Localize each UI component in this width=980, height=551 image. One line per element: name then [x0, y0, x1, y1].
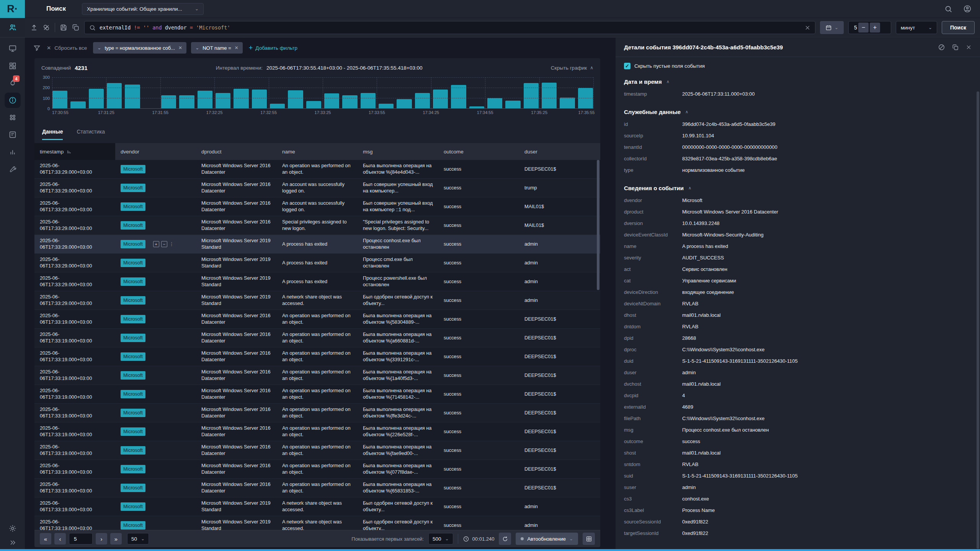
column-header-dproduct[interactable]: dproduct	[196, 143, 277, 160]
table-row[interactable]: 2025-06-06T17:33:29.000+03:00MicrosoftMi…	[34, 291, 600, 310]
field-value[interactable]: mail01.rvlab.local	[682, 312, 720, 318]
field-value[interactable]: admin	[682, 370, 696, 375]
field-value[interactable]: Управление сервисами	[682, 278, 736, 284]
sidebar-item-users[interactable]	[0, 18, 25, 37]
field-value[interactable]: Microsoft Windows Server 2016 Datacenter	[682, 209, 778, 215]
column-header-msg[interactable]: msg	[358, 143, 438, 160]
field-value[interactable]: RVLAB	[682, 461, 698, 467]
next-page-button[interactable]: ›	[96, 533, 107, 544]
table-scrollbar[interactable]	[597, 160, 599, 530]
field-value[interactable]: mail01.rvlab.local	[682, 450, 720, 456]
settings-gear-icon[interactable]	[8, 524, 17, 533]
chart-bar[interactable]	[397, 99, 412, 108]
time-count-input[interactable]: 5 − +	[848, 21, 891, 34]
chart-bar[interactable]	[89, 89, 104, 108]
collapse-chevrons-icon[interactable]	[9, 539, 16, 546]
user-icon[interactable]	[963, 5, 972, 13]
table-row[interactable]: 2025-06-06T17:33:19.000+03:00MicrosoftMi…	[34, 497, 600, 516]
field-value[interactable]: admin	[682, 484, 696, 490]
remove-filter-icon[interactable]: ✕	[235, 45, 238, 51]
table-row[interactable]: 2025-06-06T17:33:19.000+03:00MicrosoftMi…	[34, 310, 600, 329]
sidebar-item-tools[interactable]	[0, 160, 25, 178]
table-row[interactable]: 2025-06-06T17:33:19.000+03:00MicrosoftMi…	[34, 404, 600, 422]
include-filter-icon[interactable]: +	[153, 241, 159, 247]
chart-bar[interactable]	[52, 91, 67, 108]
field-value[interactable]: 4689	[682, 404, 693, 410]
chart-bar[interactable]	[342, 95, 357, 108]
save-icon[interactable]	[60, 24, 67, 31]
prev-page-button[interactable]: ‹	[54, 533, 66, 544]
sidebar-item-apps[interactable]	[0, 109, 25, 126]
chart-bar[interactable]	[505, 101, 520, 108]
shown-records-select[interactable]: 500 ⌄	[428, 533, 453, 544]
time-unit-select[interactable]: минут ⌄	[896, 21, 937, 34]
column-header-name[interactable]: name	[277, 143, 358, 160]
filter-chip[interactable]: ⌄NOT name =✕	[191, 42, 243, 54]
field-value[interactable]: AUDIT_SUCCESS	[682, 255, 724, 261]
field-value[interactable]: 2025-06-06T17:33:11.000+03:00	[682, 91, 755, 97]
grid-view-button[interactable]	[583, 533, 595, 545]
table-row[interactable]: 2025-06-06T17:33:19.000+03:00MicrosoftMi…	[34, 479, 600, 497]
chart-bar[interactable]	[179, 95, 194, 108]
sidebar-item-monitor[interactable]	[0, 40, 25, 57]
table-row[interactable]: 2025-06-06T17:33:29.000+03:00MicrosoftMi…	[34, 254, 600, 272]
column-header-dvendor[interactable]: dvendor	[115, 143, 196, 160]
first-page-button[interactable]: «	[40, 533, 51, 544]
field-value[interactable]: 10.0.14393.2248	[682, 220, 720, 226]
funnel-icon[interactable]	[33, 44, 41, 52]
table-row[interactable]: 2025-06-06T17:33:29.000+03:00MicrosoftMi…	[34, 160, 600, 179]
table-row[interactable]: 2025-06-06T17:33:29.000+03:00Microsoft+−…	[34, 235, 600, 254]
page-size-select[interactable]: 50 ⌄	[127, 533, 149, 544]
field-value[interactable]: C:\\Windows\\System32\\conhost.exe	[682, 347, 764, 352]
sort-icon[interactable]	[67, 149, 72, 154]
more-actions-icon[interactable]: ⋮	[169, 241, 174, 248]
hide-empty-fields-checkbox[interactable]: ✓ Скрыть пустые поля события	[624, 63, 976, 69]
chart-bar[interactable]	[524, 83, 539, 108]
reset-filters-button[interactable]: ✕ Сбросить все	[47, 45, 87, 51]
field-value[interactable]: RVLAB	[682, 301, 698, 306]
sidebar-item-incidents[interactable]: 4	[0, 74, 25, 91]
field-value[interactable]: 0xed91f822	[682, 530, 708, 536]
table-row[interactable]: 2025-06-06T17:33:29.000+03:00MicrosoftMi…	[34, 197, 600, 216]
chart-bar[interactable]	[415, 93, 430, 109]
decrement-button[interactable]: −	[858, 23, 869, 33]
upload-icon[interactable]	[30, 24, 38, 31]
table-row[interactable]: 2025-06-06T17:33:19.000+03:00MicrosoftMi…	[34, 460, 600, 479]
autorefresh-button[interactable]: Автообновление ⌄	[516, 533, 578, 545]
sidebar-item-dashboard[interactable]	[0, 57, 25, 74]
field-value[interactable]: 0xed91f822	[682, 519, 708, 525]
chart-bar[interactable]	[288, 90, 303, 108]
field-value[interactable]: S-1-5-21-411509143-3169131111-3502126430…	[682, 473, 798, 479]
table-row[interactable]: 2025-06-06T17:33:19.000+03:00MicrosoftMi…	[34, 385, 600, 404]
field-value[interactable]: mail01.rvlab.local	[682, 381, 720, 387]
field-value[interactable]: входящее соединение	[682, 289, 734, 295]
refresh-button[interactable]	[499, 533, 511, 545]
sidebar-item-events[interactable]	[0, 91, 25, 109]
chart-bar[interactable]	[469, 106, 484, 108]
chart-bar[interactable]	[379, 104, 394, 108]
column-header-outcome[interactable]: outcome	[438, 143, 519, 160]
copy-icon[interactable]	[72, 24, 80, 31]
tab-data[interactable]: Данные	[42, 129, 63, 140]
last-page-button[interactable]: »	[110, 533, 122, 544]
chart-bar[interactable]	[542, 83, 557, 109]
table-row[interactable]: 2025-06-06T17:33:19.000+03:00MicrosoftMi…	[34, 422, 600, 441]
chart-bar[interactable]	[451, 85, 466, 108]
field-value[interactable]: 8329e817-03ea-425b-a358-398cdb8eb6ae	[682, 156, 777, 161]
field-value[interactable]: нормализованное событие	[682, 167, 745, 173]
search-icon[interactable]	[944, 5, 952, 13]
increment-button[interactable]: +	[870, 23, 880, 33]
filter-chip[interactable]: ⌄type = нормализованное соб...✕	[93, 42, 186, 54]
table-row[interactable]: 2025-06-06T17:33:29.000+03:00MicrosoftMi…	[34, 272, 600, 291]
table-row[interactable]: 2025-06-06T17:33:19.000+03:00MicrosoftMi…	[34, 441, 600, 460]
field-value[interactable]: 4	[682, 393, 685, 398]
field-value[interactable]: Process Name	[682, 507, 715, 513]
chart-bar[interactable]	[560, 98, 575, 108]
chart-bar[interactable]	[70, 101, 85, 108]
remove-filter-icon[interactable]: ✕	[178, 45, 182, 51]
field-value[interactable]: Процесс conhost.exe был остановлен	[682, 427, 769, 433]
chart-bar[interactable]	[361, 93, 376, 108]
hide-chart-toggle[interactable]: Скрыть график ∧	[551, 65, 593, 71]
chart-bar[interactable]	[161, 95, 176, 108]
exclude-filter-icon[interactable]: −	[161, 241, 167, 247]
